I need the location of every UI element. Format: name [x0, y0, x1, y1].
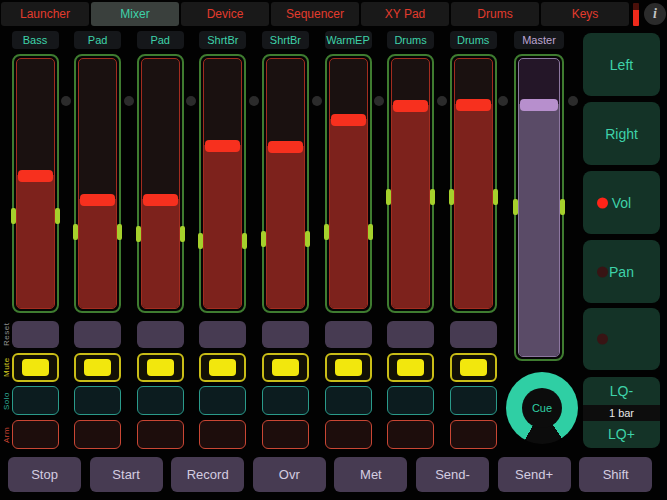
fader-track[interactable] — [329, 58, 368, 309]
solo-button[interactable] — [325, 386, 372, 415]
solo-button[interactable] — [74, 386, 121, 415]
track-label[interactable]: Pad — [74, 31, 121, 49]
transport-stop-button[interactable]: Stop — [8, 457, 81, 492]
arm-button[interactable] — [387, 420, 434, 449]
tab-keys[interactable]: Keys — [541, 2, 629, 26]
track-label[interactable]: ShrtBr — [199, 31, 246, 49]
tab-drums[interactable]: Drums — [451, 2, 539, 26]
panel-button-right[interactable]: Right — [583, 102, 660, 165]
fader-handle[interactable] — [393, 100, 428, 112]
tab-xy-pad[interactable]: XY Pad — [361, 2, 449, 26]
panel-button-pan[interactable]: Pan — [583, 240, 660, 303]
transport-send-button[interactable]: Send+ — [498, 457, 571, 492]
volume-fader[interactable] — [387, 54, 434, 313]
volume-fader[interactable] — [450, 54, 497, 313]
solo-button[interactable] — [137, 386, 184, 415]
reset-button[interactable] — [74, 321, 121, 348]
fader-track[interactable] — [518, 58, 560, 357]
reset-button[interactable] — [325, 321, 372, 348]
transport-record-button[interactable]: Record — [171, 457, 244, 492]
fader-track[interactable] — [203, 58, 242, 309]
fader-handle[interactable] — [456, 99, 491, 111]
reset-button[interactable] — [12, 321, 59, 348]
mute-button[interactable] — [325, 353, 372, 382]
mute-button[interactable] — [199, 353, 246, 382]
lq-plus-button[interactable]: LQ+ — [583, 421, 660, 449]
volume-fader[interactable] — [262, 54, 309, 313]
fader-handle[interactable] — [18, 170, 53, 182]
track-label[interactable]: WarmEP — [325, 31, 372, 49]
transport-send-button[interactable]: Send- — [416, 457, 489, 492]
master-volume-fader[interactable] — [514, 54, 564, 361]
meter-nub-right-icon — [493, 189, 498, 205]
reset-button[interactable] — [199, 321, 246, 348]
tab-launcher[interactable]: Launcher — [1, 2, 89, 26]
fader-handle[interactable] — [268, 141, 303, 153]
fader-track[interactable] — [391, 58, 430, 309]
tab-device[interactable]: Device — [181, 2, 269, 26]
arm-button[interactable] — [325, 420, 372, 449]
solo-button[interactable] — [12, 386, 59, 415]
track-label[interactable]: ShrtBr — [262, 31, 309, 49]
arm-button[interactable] — [199, 420, 246, 449]
tab-mixer[interactable]: Mixer — [91, 2, 179, 26]
mute-button[interactable] — [387, 353, 434, 382]
fader-handle[interactable] — [205, 140, 240, 152]
mute-pill-icon — [147, 359, 174, 376]
mute-button[interactable] — [137, 353, 184, 382]
track-label[interactable]: Bass — [12, 31, 59, 49]
transport-shift-button[interactable]: Shift — [579, 457, 652, 492]
row-label-solo: Solo — [1, 386, 11, 415]
tab-sequencer[interactable]: Sequencer — [271, 2, 359, 26]
reset-button[interactable] — [262, 321, 309, 348]
fader-track[interactable] — [78, 58, 117, 309]
mute-button[interactable] — [262, 353, 309, 382]
transport-ovr-button[interactable]: Ovr — [253, 457, 326, 492]
solo-button[interactable] — [387, 386, 434, 415]
fader-track[interactable] — [454, 58, 493, 309]
lq-minus-button[interactable]: LQ- — [583, 377, 660, 405]
volume-fader[interactable] — [74, 54, 121, 313]
fader-handle[interactable] — [80, 194, 115, 206]
arm-button[interactable] — [74, 420, 121, 449]
cue-knob[interactable]: Cue — [506, 372, 578, 444]
mute-button[interactable] — [12, 353, 59, 382]
fader-handle[interactable] — [520, 99, 558, 111]
mute-button[interactable] — [450, 353, 497, 382]
arm-button[interactable] — [12, 420, 59, 449]
meter-nub-left-icon — [11, 208, 16, 224]
volume-fader[interactable] — [325, 54, 372, 313]
track-label[interactable]: Drums — [387, 31, 434, 49]
fader-track[interactable] — [141, 58, 180, 309]
track-label-master[interactable]: Master — [514, 31, 564, 49]
active-dot-icon — [597, 197, 608, 208]
volume-fader[interactable] — [199, 54, 246, 313]
track-label[interactable]: Pad — [137, 31, 184, 49]
volume-fader[interactable] — [137, 54, 184, 313]
solo-button[interactable] — [262, 386, 309, 415]
info-button[interactable]: i — [644, 3, 666, 25]
track-label[interactable]: Drums — [450, 31, 497, 49]
transport-start-button[interactable]: Start — [90, 457, 163, 492]
panel-button-blank[interactable] — [583, 308, 660, 370]
transport-met-button[interactable]: Met — [334, 457, 407, 492]
fader-handle[interactable] — [143, 194, 178, 206]
fader-track[interactable] — [266, 58, 305, 309]
reset-button[interactable] — [450, 321, 497, 348]
reset-button[interactable] — [387, 321, 434, 348]
volume-fader[interactable] — [12, 54, 59, 313]
fader-fill — [79, 199, 116, 308]
pan-dot-icon — [186, 96, 196, 106]
solo-button[interactable] — [450, 386, 497, 415]
arm-button[interactable] — [262, 420, 309, 449]
meter-nub-right-icon — [242, 233, 247, 249]
panel-button-vol[interactable]: Vol — [583, 171, 660, 234]
fader-handle[interactable] — [331, 114, 366, 126]
arm-button[interactable] — [137, 420, 184, 449]
panel-button-left[interactable]: Left — [583, 33, 660, 96]
solo-button[interactable] — [199, 386, 246, 415]
reset-button[interactable] — [137, 321, 184, 348]
mute-button[interactable] — [74, 353, 121, 382]
fader-track[interactable] — [16, 58, 55, 309]
arm-button[interactable] — [450, 420, 497, 449]
